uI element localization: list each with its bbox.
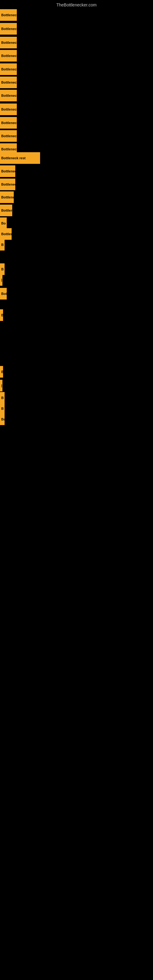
bottleneck-bar-label: Bottleneck resu bbox=[1, 121, 17, 125]
bottleneck-bar: Bottleneck resu bbox=[0, 37, 17, 48]
bottleneck-bar: B bbox=[0, 309, 3, 321]
bottleneck-bar-label: Bottleneck resu bbox=[1, 67, 17, 71]
bottleneck-bar-label: Bo bbox=[1, 221, 6, 225]
bottleneck-bar: | bbox=[0, 274, 2, 286]
bottleneck-bar: Bottlene bbox=[0, 205, 12, 216]
bottleneck-bar: B bbox=[0, 263, 5, 275]
bottleneck-bar-label: B bbox=[1, 370, 3, 374]
bottleneck-bar-label: | bbox=[1, 384, 2, 387]
bottleneck-bar: Bo bbox=[0, 218, 7, 229]
bottleneck-bar-label: Bottleneck r bbox=[1, 169, 15, 173]
bottleneck-bar: B bbox=[0, 392, 5, 404]
bottleneck-bar: Bottleneck resu bbox=[0, 50, 17, 62]
bottleneck-bar-label: B bbox=[1, 243, 4, 247]
bottleneck-bar-label: Bottleneck resu bbox=[1, 13, 17, 17]
bottleneck-bar-label: Bottleneck resu bbox=[1, 94, 17, 97]
bottleneck-bar: Bottleneck r bbox=[0, 191, 14, 203]
bottleneck-bar-label: Bottlene bbox=[1, 208, 12, 212]
bottleneck-bar: Bottleneck resu bbox=[0, 117, 17, 129]
bottleneck-bar-label: Bottleneck resu bbox=[1, 41, 17, 45]
bottleneck-bar-label: B bbox=[1, 267, 4, 271]
bottleneck-bar-label: | bbox=[1, 278, 2, 282]
bottleneck-bar: Bottleneck resu bbox=[0, 64, 17, 75]
bottleneck-bar-label: Bottlen bbox=[1, 232, 12, 236]
site-title: TheBottlenecker.com bbox=[0, 2, 153, 7]
bottleneck-bar-label: Bottleneck resu bbox=[1, 147, 17, 151]
bottleneck-bar-label: Bottleneck re bbox=[1, 183, 15, 186]
bottleneck-bar-label: B bbox=[1, 407, 4, 410]
bottleneck-bar-label: Bottleneck r bbox=[1, 196, 14, 199]
bottleneck-bar-label: Bottleneck resu bbox=[1, 81, 17, 84]
bottleneck-bar: B bbox=[0, 403, 5, 414]
bottleneck-bar-label: B bbox=[1, 313, 3, 317]
bottleneck-bar: Bott bbox=[0, 288, 7, 299]
bottleneck-bar: Bottleneck resu bbox=[0, 130, 17, 142]
bottleneck-bar-label: Bottleneck resu bbox=[1, 54, 17, 57]
bottleneck-bar: Bottleneck resu bbox=[0, 9, 17, 21]
bottleneck-bar-label: Bottleneck resu bbox=[1, 134, 17, 138]
bottleneck-bar: | bbox=[0, 380, 2, 391]
bottleneck-bar-label: Bo bbox=[1, 417, 5, 421]
bottleneck-bar: Bottleneck resu bbox=[0, 103, 17, 115]
bottleneck-bar-label: Bottleneck resu bbox=[1, 108, 17, 111]
bottleneck-bar: Bottleneck resu bbox=[0, 90, 17, 101]
bottleneck-bar: B bbox=[0, 366, 3, 378]
bottleneck-bar: Bo bbox=[0, 414, 5, 425]
bottleneck-bar-label: Bott bbox=[1, 292, 7, 296]
bottleneck-bar: Bottlen bbox=[0, 228, 12, 240]
bottleneck-bar-label: Bottleneck rest bbox=[1, 156, 26, 160]
bottleneck-bar-label: B bbox=[1, 396, 4, 400]
bottleneck-bar: Bottleneck rest bbox=[0, 152, 40, 164]
bottleneck-bar: Bottleneck resu bbox=[0, 23, 17, 35]
bottleneck-bar-label: Bottleneck resu bbox=[1, 27, 17, 30]
bottleneck-bar: B bbox=[0, 239, 5, 250]
bottleneck-bar: Bottleneck r bbox=[0, 165, 15, 177]
bottleneck-bar: Bottleneck resu bbox=[0, 76, 17, 88]
bottleneck-bar: Bottleneck re bbox=[0, 178, 15, 190]
